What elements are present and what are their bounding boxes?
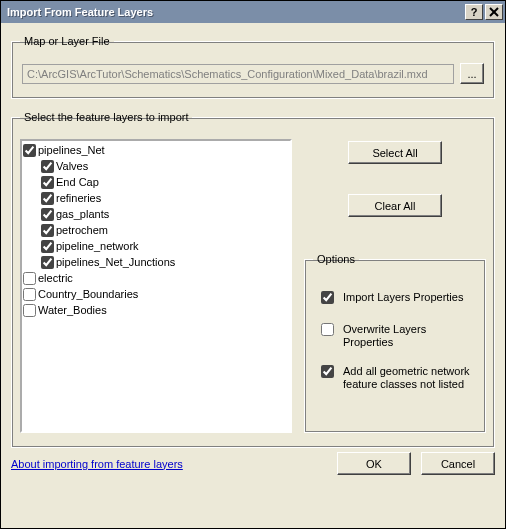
layer-label: pipeline_network: [56, 240, 139, 252]
close-button[interactable]: [485, 4, 503, 20]
help-button[interactable]: ?: [465, 4, 483, 20]
layer-list-item[interactable]: petrochem: [23, 222, 289, 238]
option-row-overwrite-props: Overwrite Layers Properties: [317, 323, 473, 349]
layer-list-item[interactable]: pipeline_network: [23, 238, 289, 254]
window-title: Import From Feature Layers: [7, 6, 464, 18]
add-geometric-network-checkbox[interactable]: [321, 365, 334, 378]
clear-all-button[interactable]: Clear All: [348, 194, 442, 217]
map-path-input[interactable]: [22, 64, 454, 84]
ok-button[interactable]: OK: [337, 452, 411, 475]
layer-checkbox[interactable]: [41, 240, 54, 253]
option-row-add-geom: Add all geometric network feature classe…: [317, 365, 473, 391]
layer-checkbox[interactable]: [41, 256, 54, 269]
layer-list-item[interactable]: Country_Boundaries: [23, 286, 289, 302]
layer-list-item[interactable]: pipelines_Net: [23, 142, 289, 158]
layer-label: electric: [38, 272, 73, 284]
options-group: Options Import Layers Properties Overwri…: [304, 253, 486, 433]
layer-list-item[interactable]: electric: [23, 270, 289, 286]
layer-checkbox[interactable]: [41, 208, 54, 221]
path-row: ...: [22, 63, 484, 84]
layer-checkbox[interactable]: [41, 192, 54, 205]
layer-label: pipelines_Net_Junctions: [56, 256, 175, 268]
spacer: [304, 170, 486, 186]
browse-button[interactable]: ...: [460, 63, 484, 84]
layer-checkbox[interactable]: [41, 224, 54, 237]
layer-label: Water_Bodies: [38, 304, 107, 316]
layer-list-item[interactable]: pipelines_Net_Junctions: [23, 254, 289, 270]
dialog-window: Import From Feature Layers ? Map or Laye…: [0, 0, 506, 529]
map-file-legend: Map or Layer File: [20, 35, 114, 47]
layer-checkbox[interactable]: [23, 272, 36, 285]
layers-group: Select the feature layers to import pipe…: [11, 111, 495, 448]
import-layers-properties-label: Import Layers Properties: [343, 291, 463, 304]
layer-label: Country_Boundaries: [38, 288, 138, 300]
close-icon: [489, 7, 499, 17]
layer-checkbox[interactable]: [41, 176, 54, 189]
layer-checkbox[interactable]: [23, 288, 36, 301]
layer-label: Valves: [56, 160, 88, 172]
layer-list-item[interactable]: refineries: [23, 190, 289, 206]
layer-list-item[interactable]: Water_Bodies: [23, 302, 289, 318]
cancel-button[interactable]: Cancel: [421, 452, 495, 475]
footer: About importing from feature layers OK C…: [11, 448, 495, 475]
layer-checkbox[interactable]: [41, 160, 54, 173]
client-area: Map or Layer File ... Select the feature…: [1, 23, 505, 528]
layer-checkbox[interactable]: [23, 144, 36, 157]
layer-label: gas_plants: [56, 208, 109, 220]
titlebar: Import From Feature Layers ?: [1, 1, 505, 23]
import-layers-properties-checkbox[interactable]: [321, 291, 334, 304]
layer-listbox[interactable]: pipelines_NetValvesEnd Caprefineriesgas_…: [20, 139, 292, 433]
select-all-button[interactable]: Select All: [348, 141, 442, 164]
layer-checkbox[interactable]: [23, 304, 36, 317]
overwrite-layers-properties-checkbox[interactable]: [321, 323, 334, 336]
help-link[interactable]: About importing from feature layers: [11, 458, 183, 470]
layer-label: End Cap: [56, 176, 99, 188]
layers-legend: Select the feature layers to import: [20, 111, 192, 123]
overwrite-layers-properties-label: Overwrite Layers Properties: [343, 323, 473, 349]
layer-list-item[interactable]: Valves: [23, 158, 289, 174]
layer-list-item[interactable]: gas_plants: [23, 206, 289, 222]
layers-area: pipelines_NetValvesEnd Caprefineriesgas_…: [20, 139, 486, 433]
layer-list-item[interactable]: End Cap: [23, 174, 289, 190]
map-file-group: Map or Layer File ...: [11, 35, 495, 99]
add-geometric-network-label: Add all geometric network feature classe…: [343, 365, 473, 391]
option-row-import-props: Import Layers Properties: [317, 291, 473, 307]
options-legend: Options: [313, 253, 359, 265]
layer-label: pipelines_Net: [38, 144, 105, 156]
layer-label: refineries: [56, 192, 101, 204]
layer-label: petrochem: [56, 224, 108, 236]
layers-right-column: Select All Clear All Options Import Laye…: [304, 139, 486, 433]
